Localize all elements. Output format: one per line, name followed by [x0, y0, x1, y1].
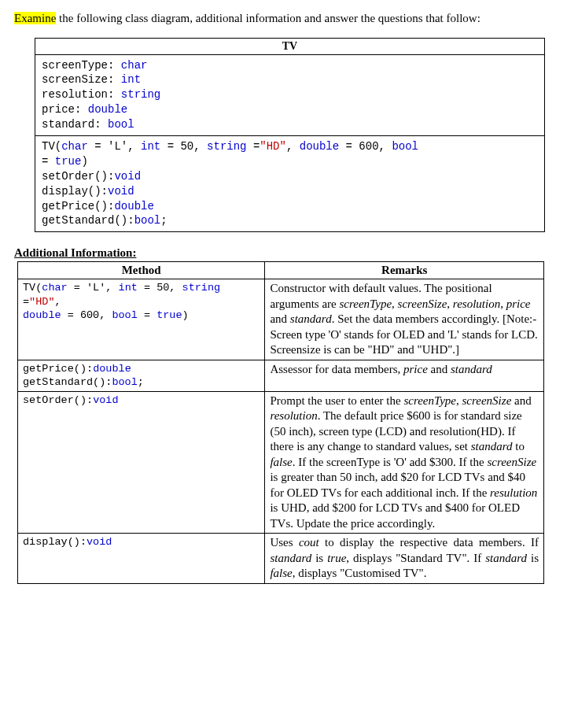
- attr-line: resolution: string: [42, 87, 538, 102]
- col-remarks: Remarks: [265, 262, 544, 279]
- class-attributes: screenType: charscreenSize: intresolutio…: [35, 55, 544, 136]
- class-operations: TV(char = 'L', int = 50, string ="HD", d…: [35, 136, 544, 231]
- op-line: display():void: [42, 184, 538, 199]
- class-name: TV: [35, 39, 544, 55]
- table-row: display():voidUses cout to display the r…: [18, 534, 544, 584]
- op-line: = true): [42, 154, 538, 169]
- attr-line: price: double: [42, 102, 538, 117]
- op-line: getPrice():double: [42, 199, 538, 214]
- attr-line: screenSize: int: [42, 72, 538, 87]
- col-method: Method: [18, 262, 265, 279]
- table-row: setOrder():voidPrompt the user to enter …: [18, 391, 544, 534]
- method-table: Method Remarks TV(char = 'L', int = 50, …: [17, 261, 544, 584]
- method-cell: TV(char = 'L', int = 50, string ="HD", d…: [18, 279, 265, 360]
- class-diagram: TV screenType: charscreenSize: intresolu…: [35, 38, 545, 233]
- table-row: getPrice():double getStandard():bool;Ass…: [18, 360, 544, 391]
- method-cell: display():void: [18, 534, 265, 584]
- method-cell: setOrder():void: [18, 391, 265, 534]
- remarks-cell: Uses cout to display the respective data…: [265, 534, 544, 584]
- additional-info-heading: Additional Information:: [14, 246, 553, 260]
- remarks-cell: Assessor for data members, price and sta…: [265, 360, 544, 391]
- table-header-row: Method Remarks: [18, 262, 544, 279]
- highlighted-word: Examine: [14, 12, 56, 24]
- op-line: TV(char = 'L', int = 50, string ="HD", d…: [42, 139, 538, 154]
- remarks-cell: Prompt the user to enter the screenType,…: [265, 391, 544, 534]
- op-line: setOrder():void: [42, 169, 538, 184]
- attr-line: screenType: char: [42, 58, 538, 73]
- op-line: getStandard():bool;: [42, 213, 538, 228]
- question-intro: Examine the following class diagram, add…: [14, 11, 553, 27]
- intro-rest: the following class diagram, additional …: [56, 12, 480, 24]
- method-cell: getPrice():double getStandard():bool;: [18, 360, 265, 391]
- attr-line: standard: bool: [42, 117, 538, 132]
- table-row: TV(char = 'L', int = 50, string ="HD", d…: [18, 279, 544, 360]
- remarks-cell: Constructor with default values. The pos…: [265, 279, 544, 360]
